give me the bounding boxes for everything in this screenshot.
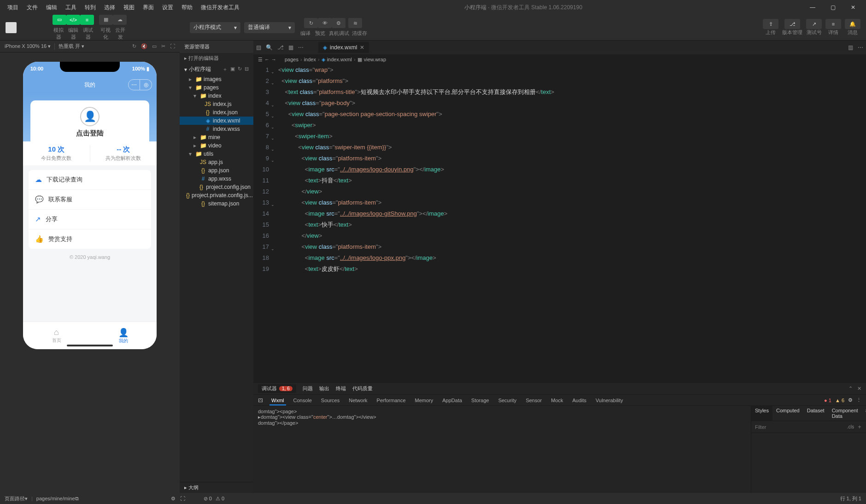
capsule-close-icon[interactable]: ◎ [140, 79, 152, 90]
devtools-tab-security[interactable]: Security [497, 396, 519, 404]
page-path[interactable]: pages/mine/mine [36, 496, 75, 501]
menu-工具[interactable]: 工具 [62, 2, 80, 13]
minimize-button[interactable]: — [803, 2, 822, 12]
tree-node[interactable]: #app.wxss [180, 175, 253, 183]
menu-界面[interactable]: 界面 [139, 2, 158, 13]
user-avatar[interactable] [6, 22, 17, 33]
breadcrumb[interactable]: ☰ ← → pages› index› ◈ index.wxml› ▦ view… [253, 54, 866, 64]
status-warnings[interactable]: ⚠ 0 [216, 496, 224, 502]
preview-button[interactable]: 👁 [318, 18, 332, 28]
gear-icon[interactable]: ⚙ [848, 397, 853, 403]
search-icon[interactable]: 🔍 [266, 44, 273, 51]
test-button[interactable]: ↗ [806, 19, 822, 29]
menu-微信开发者工具[interactable]: 微信开发者工具 [197, 2, 243, 13]
project-root[interactable]: ▾ 小程序端 ＋ ▣ ↻ ⊟ [180, 64, 253, 75]
nav-fwd-icon[interactable]: → [271, 57, 276, 62]
mode-select[interactable]: 小程序模式▾ [190, 22, 240, 33]
devtools-tab-mock[interactable]: Mock [549, 396, 565, 404]
close-button[interactable]: ✕ [844, 2, 862, 12]
quality-tab[interactable]: 代码质量 [352, 385, 373, 392]
menu-项目[interactable]: 项目 [4, 2, 22, 13]
snip-icon[interactable]: ✂ [161, 43, 165, 49]
dom-tree[interactable]: domtag"><page>▸domtag"><view class="cent… [253, 406, 751, 493]
tree-node[interactable]: {}app.json [180, 166, 253, 175]
problems-tab[interactable]: 问题 [303, 385, 313, 392]
inspect-icon[interactable]: ⮹ [258, 398, 263, 403]
upload-button[interactable]: ⇪ [763, 19, 778, 29]
devtools-tab-performance[interactable]: Performance [375, 396, 408, 404]
tree-node[interactable]: ▾📁pages [180, 83, 253, 92]
tree-node[interactable]: ▸📁video [180, 141, 253, 150]
devtools-more-icon[interactable]: ⋮ [856, 397, 861, 403]
menu-设置[interactable]: 设置 [158, 2, 177, 13]
list-item[interactable]: ↗分享 [29, 210, 151, 229]
menu-编辑[interactable]: 编辑 [42, 2, 61, 13]
devtools-tab-network[interactable]: Network [347, 396, 369, 404]
capsule-menu-icon[interactable]: ⋯ [128, 79, 140, 90]
details-button[interactable]: ≡ [825, 19, 841, 29]
menu-文件[interactable]: 文件 [23, 2, 41, 13]
cloud-toggle[interactable]: ☁ [113, 15, 127, 25]
menu-视图[interactable]: 视图 [120, 2, 138, 13]
devtools-tab-wxml[interactable]: Wxml [269, 396, 286, 405]
expand-icon[interactable]: ⛶ [170, 43, 175, 49]
bookmark-icon[interactable]: ☰ [258, 57, 263, 63]
tree-node[interactable]: ◈index.wxml [180, 117, 253, 125]
nav-back-icon[interactable]: ← [264, 57, 269, 62]
new-file-icon[interactable]: ＋ [222, 66, 228, 73]
editor-toggle[interactable]: </> [66, 15, 80, 25]
devtools-tab-console[interactable]: Console [292, 396, 314, 404]
tree-node[interactable]: ▸📁images [180, 75, 253, 83]
compile-button[interactable]: ↻ [304, 18, 318, 28]
compile-select[interactable]: 普通编译▾ [244, 22, 295, 33]
tree-node[interactable]: {}sitemap.json [180, 199, 253, 208]
cursor-position[interactable]: 行 1, 列 1 [840, 495, 861, 502]
menu-帮助[interactable]: 帮助 [178, 2, 196, 13]
refresh-icon[interactable]: ↻ [132, 43, 136, 49]
warning-badge[interactable]: ▲ 6 [835, 398, 844, 403]
tree-node[interactable]: #index.wxss [180, 125, 253, 133]
error-badge[interactable]: ● 1 [824, 398, 831, 403]
style-tab-styles[interactable]: Styles [751, 406, 772, 421]
editor-more-icon[interactable]: ⋯ [858, 44, 863, 51]
maximize-button[interactable]: ▢ [824, 2, 842, 12]
login-button[interactable]: 点击登陆 [30, 129, 149, 138]
split-editor-icon[interactable]: ▥ [848, 44, 853, 51]
visualize-toggle[interactable]: ▦ [99, 15, 113, 25]
list-item[interactable]: ☁下载记录查询 [29, 170, 151, 190]
debugger-toggle[interactable]: ≡ [80, 15, 94, 25]
panel-up-icon[interactable]: ⌃ [848, 386, 853, 392]
simulator-toggle[interactable]: ▭ [53, 15, 66, 25]
outline-section[interactable]: ▸ 大纲 [180, 482, 253, 493]
tree-node[interactable]: JSindex.js [180, 100, 253, 108]
status-errors[interactable]: ⊘ 0 [204, 496, 212, 502]
messages-button[interactable]: 🔔 [845, 19, 860, 29]
devtools-tab-sources[interactable]: Sources [319, 396, 341, 404]
add-rule-icon[interactable]: ＋ [857, 423, 862, 431]
collapse-icon[interactable]: ⊟ [245, 66, 249, 73]
tree-node[interactable]: {}project.private.config.js... [180, 191, 253, 199]
list-item[interactable]: 👍赞赏支持 [29, 229, 151, 249]
devtools-tab-appdata[interactable]: AppData [440, 396, 464, 404]
tree-node[interactable]: {}index.json [180, 108, 253, 117]
explorer-icon[interactable]: ▤ [256, 44, 261, 51]
refresh-tree-icon[interactable]: ↻ [238, 66, 242, 73]
terminal-tab[interactable]: 终端 [336, 385, 346, 392]
menu-转到[interactable]: 转到 [81, 2, 99, 13]
panel-close-icon[interactable]: ✕ [857, 386, 861, 392]
phone-icon[interactable]: ▭ [152, 43, 157, 49]
avatar-icon[interactable]: 👤 [80, 107, 99, 126]
status-expand-icon[interactable]: ⛶ [180, 496, 185, 501]
hot-reload-select[interactable]: 热重载 开 ▾ [59, 43, 84, 50]
style-tab-component data[interactable]: Component Data [828, 406, 862, 421]
output-tab[interactable]: 输出 [319, 385, 329, 392]
style-tabs-more-icon[interactable]: » [862, 406, 866, 421]
styles-filter-input[interactable] [755, 424, 847, 430]
tree-node[interactable]: ▾📁utils [180, 150, 253, 158]
style-tab-computed[interactable]: Computed [772, 406, 803, 421]
cls-button[interactable]: .cls [847, 424, 854, 429]
devtools-tab-storage[interactable]: Storage [469, 396, 491, 404]
status-gear-icon[interactable]: ⚙ [171, 496, 176, 502]
devtools-tab-memory[interactable]: Memory [413, 396, 435, 404]
source-control-icon[interactable]: ⎇ [277, 44, 284, 51]
